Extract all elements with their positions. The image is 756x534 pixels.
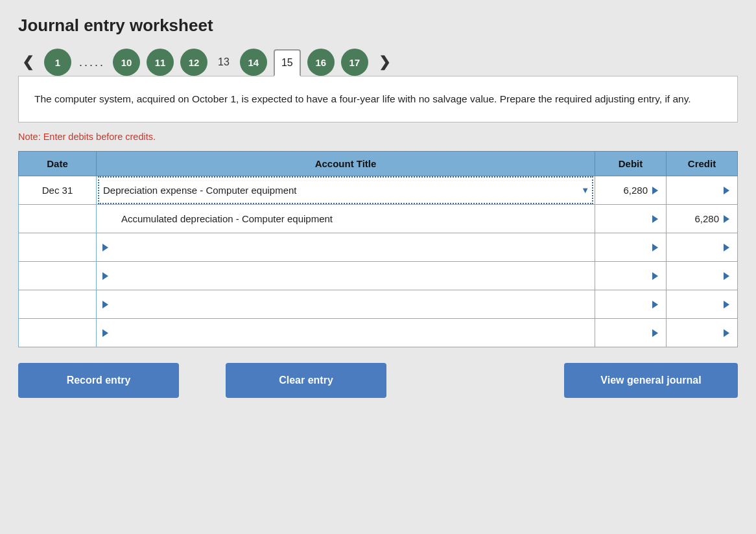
record-entry-button[interactable]: Record entry bbox=[18, 363, 179, 398]
table-row: Dec 31 Depreciation expense - Computer e… bbox=[19, 176, 738, 205]
credit-cell-2[interactable]: 6,280 bbox=[667, 205, 738, 233]
debit-triangle-6 bbox=[652, 329, 658, 337]
col-header-account: Account Title bbox=[97, 152, 595, 176]
row-triangle-5 bbox=[102, 301, 108, 308]
credit-triangle-1 bbox=[724, 187, 729, 194]
debit-cell-2[interactable] bbox=[595, 205, 667, 233]
debit-cell-1[interactable]: 6,280 bbox=[595, 176, 667, 205]
row-triangle-6 bbox=[102, 329, 108, 337]
date-cell-5 bbox=[19, 290, 97, 319]
account-title-2: Accumulated depreciation - Computer equi… bbox=[121, 213, 333, 224]
credit-cell-5[interactable] bbox=[667, 290, 738, 319]
account-cell-3[interactable] bbox=[97, 233, 595, 262]
table-row: Accumulated depreciation - Computer equi… bbox=[19, 205, 738, 233]
date-cell-4 bbox=[19, 262, 97, 290]
credit-value-2: 6,280 bbox=[694, 213, 719, 224]
row-triangle-4 bbox=[102, 272, 108, 280]
view-general-journal-button[interactable]: View general journal bbox=[564, 363, 738, 398]
description-text: The computer system, acquired on October… bbox=[34, 93, 691, 104]
tab-11[interactable]: 11 bbox=[147, 49, 174, 76]
credit-cell-6[interactable] bbox=[667, 319, 738, 347]
tab-1[interactable]: 1 bbox=[44, 49, 71, 76]
date-cell-2 bbox=[19, 205, 97, 233]
button-row: Record entry Clear entry View general jo… bbox=[18, 363, 738, 398]
table-row bbox=[19, 233, 738, 262]
debit-triangle-1 bbox=[652, 187, 658, 194]
account-cell-5[interactable] bbox=[97, 290, 595, 319]
debit-cell-5[interactable] bbox=[595, 290, 667, 319]
debit-cell-6[interactable] bbox=[595, 319, 667, 347]
credit-cell-4[interactable] bbox=[667, 262, 738, 290]
note-text: Note: Enter debits before credits. bbox=[18, 132, 738, 142]
prev-arrow[interactable]: ❮ bbox=[18, 52, 38, 72]
account-title-1: Depreciation expense - Computer equipmen… bbox=[103, 185, 297, 196]
page-title: Journal entry worksheet bbox=[18, 16, 738, 36]
table-row bbox=[19, 262, 738, 290]
debit-triangle-3 bbox=[652, 244, 658, 251]
debit-cell-3[interactable] bbox=[595, 233, 667, 262]
next-arrow[interactable]: ❯ bbox=[375, 52, 394, 72]
debit-cell-4[interactable] bbox=[595, 262, 667, 290]
credit-triangle-3 bbox=[724, 244, 729, 251]
table-row bbox=[19, 290, 738, 319]
tab-12[interactable]: 12 bbox=[180, 49, 207, 76]
account-cell-6[interactable] bbox=[97, 319, 595, 347]
tab-15-active[interactable]: 15 bbox=[274, 49, 301, 76]
date-cell-3 bbox=[19, 233, 97, 262]
col-header-date: Date bbox=[19, 152, 97, 176]
table-row bbox=[19, 319, 738, 347]
debit-triangle-5 bbox=[652, 301, 658, 308]
col-header-debit: Debit bbox=[595, 152, 667, 176]
date-cell-1: Dec 31 bbox=[19, 176, 97, 205]
journal-table: Date Account Title Debit Credit Dec 31 D… bbox=[18, 151, 738, 347]
account-cell-4[interactable] bbox=[97, 262, 595, 290]
tab-16[interactable]: 16 bbox=[307, 49, 335, 76]
row-triangle-3 bbox=[102, 244, 108, 251]
debit-triangle-2 bbox=[652, 215, 658, 223]
credit-cell-1[interactable] bbox=[667, 176, 738, 205]
tab-10[interactable]: 10 bbox=[113, 49, 140, 76]
tab-17[interactable]: 17 bbox=[341, 49, 368, 76]
tab-navigation: ❮ 1 ..... 10 11 12 13 14 15 16 17 ❯ bbox=[18, 49, 738, 76]
tab-dots: ..... bbox=[79, 56, 105, 69]
credit-triangle-2 bbox=[724, 215, 729, 223]
debit-triangle-4 bbox=[652, 272, 658, 280]
credit-triangle-5 bbox=[724, 301, 729, 308]
tab-14[interactable]: 14 bbox=[240, 49, 267, 76]
credit-triangle-6 bbox=[724, 329, 729, 337]
col-header-credit: Credit bbox=[667, 152, 738, 176]
description-box: The computer system, acquired on October… bbox=[18, 76, 738, 122]
debit-value-1: 6,280 bbox=[623, 185, 648, 196]
credit-cell-3[interactable] bbox=[667, 233, 738, 262]
account-cell-1[interactable]: Depreciation expense - Computer equipmen… bbox=[97, 176, 595, 205]
date-cell-6 bbox=[19, 319, 97, 347]
clear-entry-button[interactable]: Clear entry bbox=[226, 363, 386, 398]
account-cell-2[interactable]: Accumulated depreciation - Computer equi… bbox=[97, 205, 595, 233]
dropdown-arrow-1[interactable]: ▼ bbox=[581, 185, 589, 195]
credit-triangle-4 bbox=[724, 272, 729, 280]
tab-13[interactable]: 13 bbox=[214, 55, 233, 69]
